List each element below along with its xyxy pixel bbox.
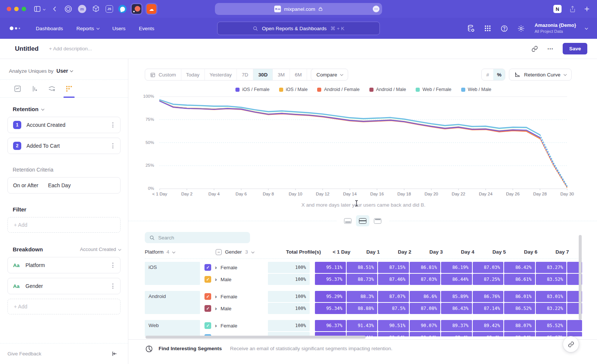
- step-options-button[interactable]: [111, 121, 115, 129]
- retention-value-cell[interactable]: 87.03%: [473, 262, 504, 273]
- gender-column-header[interactable]: − Gender 3: [216, 249, 279, 255]
- expand-row-icon[interactable]: ›: [215, 264, 217, 270]
- layout-chart-only-button[interactable]: [341, 215, 354, 226]
- series-checkbox[interactable]: ✓: [204, 264, 211, 271]
- more-options-button[interactable]: ⋯: [547, 45, 554, 52]
- js-extension-icon[interactable]: JS: [106, 5, 113, 13]
- close-window-button[interactable]: [7, 7, 11, 11]
- breakdown-item-gender[interactable]: AaGender: [7, 278, 121, 294]
- retention-value-cell[interactable]: 88.73%: [347, 274, 378, 285]
- legend-item-web-male[interactable]: Web / Male: [461, 87, 491, 92]
- retention-value-cell[interactable]: 88.3%: [347, 291, 378, 302]
- criteria-mode[interactable]: On or After: [13, 182, 38, 188]
- expand-row-icon[interactable]: ›: [215, 305, 217, 311]
- range-6m[interactable]: 6M: [290, 69, 307, 80]
- series-checkbox[interactable]: ✓: [204, 276, 211, 283]
- retention-value-cell[interactable]: 86.6%: [410, 291, 441, 302]
- report-title[interactable]: Untitled: [15, 45, 38, 53]
- share-link-fab[interactable]: [563, 336, 579, 352]
- expand-row-icon[interactable]: ›: [215, 294, 217, 299]
- legend-item-android-female[interactable]: Android / Female: [317, 87, 359, 92]
- new-tab-button[interactable]: [584, 6, 590, 12]
- retention-value-cell[interactable]: 87.46%: [378, 274, 409, 285]
- red-circle-extension-icon[interactable]: [132, 4, 141, 14]
- range-30d[interactable]: 30D: [253, 69, 273, 80]
- format-percent-button[interactable]: %: [493, 69, 505, 80]
- retention-value-cell[interactable]: 88.51%: [347, 262, 378, 273]
- range-custom[interactable]: Custom: [145, 69, 181, 80]
- retention-value-cell[interactable]: 90.04%: [410, 332, 441, 336]
- breakdown-options-button[interactable]: [111, 261, 115, 269]
- cloud-extension-icon[interactable]: ☁: [147, 4, 156, 14]
- legend-item-ios-female[interactable]: iOS / Female: [235, 87, 269, 92]
- retention-value-cell[interactable]: 95.34%: [315, 303, 346, 314]
- retention-value-cell[interactable]: 96.37%: [315, 320, 346, 331]
- mixpanel-logo[interactable]: [10, 26, 20, 30]
- tab-funnels[interactable]: [31, 85, 39, 93]
- select-all-checkbox[interactable]: −: [216, 249, 222, 255]
- apps-grid-icon[interactable]: [484, 25, 491, 32]
- series-checkbox[interactable]: ✓: [204, 305, 211, 312]
- series-checkbox[interactable]: ✓: [204, 293, 211, 300]
- retention-value-cell[interactable]: 87.03%: [410, 274, 441, 285]
- tab-retention[interactable]: [65, 85, 73, 93]
- vertical-scrollbar[interactable]: [579, 235, 582, 320]
- nav-reports[interactable]: Reports: [76, 26, 99, 31]
- retention-value-cell[interactable]: 83.52%: [536, 274, 567, 285]
- data-management-icon[interactable]: [467, 24, 475, 32]
- platform-cell[interactable]: iOS: [145, 262, 200, 285]
- retention-step-2[interactable]: 2Added To Cart: [7, 138, 121, 154]
- retention-value-cell-clipped[interactable]: [567, 320, 582, 331]
- step-options-button[interactable]: [111, 142, 115, 150]
- retention-value-cell[interactable]: 85.67%: [536, 332, 567, 336]
- help-icon[interactable]: [500, 25, 508, 32]
- range-3m[interactable]: 3M: [273, 69, 290, 80]
- retention-value-cell[interactable]: 88.88%: [347, 303, 378, 314]
- horizontal-scrollbar[interactable]: [146, 336, 366, 339]
- retention-section-title[interactable]: Retention: [13, 106, 121, 112]
- url-options-button[interactable]: …: [373, 6, 379, 12]
- layout-table-top-button[interactable]: [371, 215, 384, 226]
- retention-value-cell[interactable]: 90.07%: [410, 320, 441, 331]
- retention-value-cell[interactable]: 88.04%: [504, 332, 535, 336]
- retention-value-cell[interactable]: 86.19%: [441, 262, 472, 273]
- tab-flows[interactable]: [48, 85, 56, 93]
- layout-split-button[interactable]: [356, 215, 369, 226]
- retention-value-cell[interactable]: 86.81%: [410, 262, 441, 273]
- compare-button[interactable]: Compare: [311, 69, 348, 81]
- segments-title[interactable]: Find Interesting Segments: [159, 346, 222, 351]
- retention-value-cell[interactable]: 88.07%: [504, 320, 535, 331]
- copy-link-icon[interactable]: [531, 46, 538, 52]
- give-feedback-link[interactable]: Give Feedback: [7, 351, 41, 357]
- retention-value-cell[interactable]: 86.42%: [504, 262, 535, 273]
- platform-cell[interactable]: Web: [145, 320, 200, 336]
- add-description-field[interactable]: + Add description...: [49, 46, 92, 51]
- retention-value-cell[interactable]: 87.15%: [378, 262, 409, 273]
- back-button[interactable]: [51, 5, 59, 13]
- save-button[interactable]: Save: [563, 43, 587, 54]
- format-count-button[interactable]: #: [482, 69, 493, 80]
- bird-extension-icon[interactable]: [118, 5, 126, 13]
- retention-value-cell[interactable]: 86.76%: [473, 291, 504, 302]
- retention-value-cell[interactable]: 89.4%: [473, 332, 504, 336]
- legend-item-web-female[interactable]: Web / Female: [416, 87, 451, 92]
- retention-value-cell[interactable]: 86.43%: [441, 303, 472, 314]
- maximize-window-button[interactable]: [22, 7, 26, 11]
- retention-criteria-card[interactable]: On or After Each Day: [7, 177, 121, 194]
- platform-cell[interactable]: Android: [145, 291, 200, 314]
- retention-value-cell[interactable]: 89.4%: [441, 332, 472, 336]
- platform-column-header[interactable]: Platform 4: [145, 249, 211, 255]
- collapse-sidebar-icon[interactable]: [111, 351, 118, 357]
- table-search-input[interactable]: [158, 235, 240, 241]
- global-search[interactable]: Open Reports & Dashboards ⌘ + K: [217, 22, 380, 35]
- nav-users[interactable]: Users: [112, 26, 125, 31]
- chart-type-dropdown[interactable]: Retention Curve: [509, 69, 572, 81]
- retention-value-cell[interactable]: 87.25%: [473, 274, 504, 285]
- retention-value-cell[interactable]: 87.07%: [378, 291, 409, 302]
- retention-value-cell[interactable]: 95.29%: [315, 291, 346, 302]
- sidebar-toggle-icon[interactable]: [34, 5, 41, 13]
- chevron-down-icon[interactable]: [43, 7, 46, 10]
- criteria-interval[interactable]: Each Day: [48, 182, 71, 188]
- add-filter-button[interactable]: + Add: [7, 217, 121, 233]
- retention-value-cell[interactable]: 83.22%: [536, 303, 567, 314]
